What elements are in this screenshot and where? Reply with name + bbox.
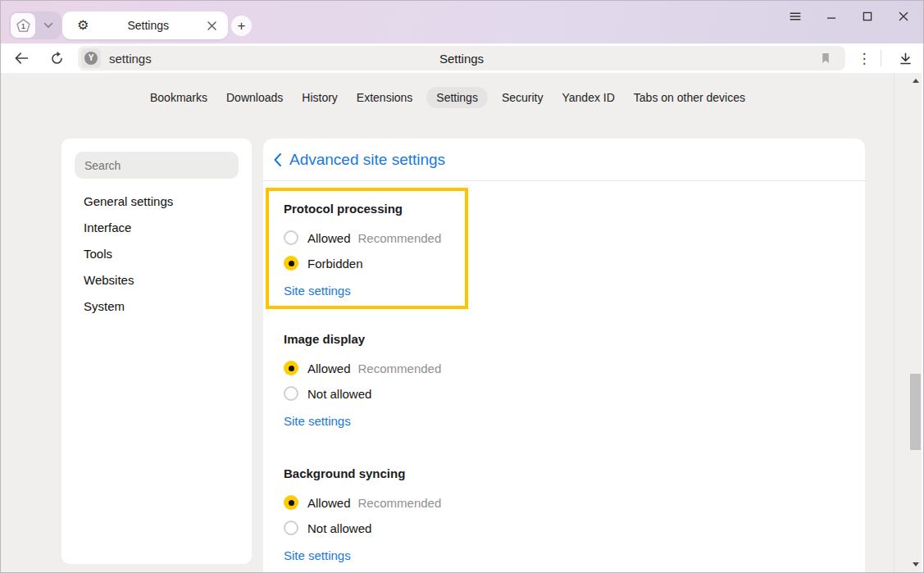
back-button[interactable] [11,48,31,68]
radio-option-allowed[interactable]: Allowed Recommended [284,495,865,510]
title-bar: 1 ⚙ Settings + [1,1,923,43]
radio-label: Allowed [307,362,351,375]
address-page-title: Settings [78,52,845,66]
radio-label: Not allowed [307,387,371,401]
nav-tab-settings[interactable]: Settings [426,87,488,108]
nav-tab-extensions[interactable]: Extensions [357,91,412,104]
recommended-badge: Recommended [358,362,442,375]
sidebar-item-websites[interactable]: Websites [61,267,252,293]
sidebar-item-general-settings[interactable]: General settings [61,189,252,215]
tab-title: Settings [89,19,207,32]
nav-tab-security[interactable]: Security [502,91,544,104]
sidebar-item-interface[interactable]: Interface [61,215,252,241]
browser-toolbar: Y settings Settings ⋮ [1,43,923,73]
section-title: Protocol processing [284,202,465,216]
nav-tab-tabs-other-devices[interactable]: Tabs on other devices [634,91,745,104]
nav-tab-yandex-id[interactable]: Yandex ID [562,91,614,104]
site-settings-link[interactable]: Site settings [284,413,351,429]
sidebar-item-system[interactable]: System [61,293,252,320]
tab-settings[interactable]: ⚙ Settings [62,11,228,39]
reload-button[interactable] [47,48,66,68]
sidebar-item-tools[interactable]: Tools [61,241,252,267]
radio-button[interactable] [284,521,298,535]
radio-button[interactable] [284,495,298,510]
recommended-badge: Recommended [358,496,442,510]
settings-page: Bookmarks Downloads History Extensions S… [1,73,923,573]
window-close-button[interactable] [894,7,913,26]
settings-sidebar: General settings Interface Tools Website… [61,139,252,564]
radio-button[interactable] [284,256,298,271]
scroll-down-arrow-icon[interactable] [913,562,919,566]
nav-tab-bookmarks[interactable]: Bookmarks [150,91,207,104]
search-input[interactable] [75,152,239,179]
chevron-down-icon[interactable] [35,22,61,29]
minimize-button[interactable] [822,7,841,26]
radio-label: Allowed [307,496,351,510]
protect-icon: Y [81,48,101,68]
tab-count-badge[interactable]: 1 [11,13,35,38]
gear-icon: ⚙ [77,19,89,32]
radio-label: Allowed [307,231,351,245]
radio-option-allowed[interactable]: Allowed Recommended [284,361,865,375]
scrollbar-thumb[interactable] [910,374,921,450]
recommended-badge: Recommended [358,231,442,245]
toolbar-divider [881,50,881,66]
radio-option-not-allowed[interactable]: Not allowed [284,386,865,401]
radio-button[interactable] [284,386,298,401]
section-image-display: Image display Allowed Recommended Not al… [284,332,865,429]
nav-tab-downloads[interactable]: Downloads [226,91,283,104]
browser-menu-button[interactable] [785,7,805,26]
downloads-icon[interactable] [895,48,915,68]
chevron-left-icon [273,152,282,167]
address-bar[interactable]: Y settings Settings [78,46,845,70]
tab-close-icon[interactable] [207,21,216,30]
site-settings-link[interactable]: Site settings [284,548,351,563]
section-title: Image display [284,332,865,347]
protect-icon-glyph: Y [84,52,98,65]
page-title[interactable]: Advanced site settings [289,151,445,169]
more-options-icon[interactable]: ⋮ [854,48,874,68]
nav-tab-history[interactable]: History [302,91,338,104]
tab-count: 1 [20,20,25,30]
radio-button[interactable] [284,230,298,245]
pentagon-tab-icon: 1 [16,18,31,34]
bookmark-icon[interactable] [816,48,835,68]
scroll-up-arrow-icon[interactable] [913,79,919,83]
radio-label: Forbidden [307,257,363,271]
settings-main-panel: Advanced site settings Protocol processi… [263,139,865,573]
settings-sections: Protocol processing Allowed Recommended … [263,181,865,563]
radio-button[interactable] [284,361,298,375]
address-text: settings [109,52,152,66]
settings-nav: Bookmarks Downloads History Extensions S… [1,91,894,104]
radio-option-allowed[interactable]: Allowed Recommended [284,230,465,245]
tab-counter[interactable]: 1 [9,11,61,39]
section-title: Background syncing [284,466,865,481]
section-background-syncing: Background syncing Allowed Recommended N… [284,466,865,563]
protocol-processing-section-highlight: Protocol processing Allowed Recommended … [266,188,468,309]
new-tab-button[interactable]: + [231,16,252,36]
site-settings-link[interactable]: Site settings [284,283,351,298]
browser-window: 1 ⚙ Settings + [0,0,924,573]
section-protocol-processing: Protocol processing Allowed Recommended … [284,202,465,298]
radio-option-forbidden[interactable]: Forbidden [284,256,465,271]
back-to-advanced-settings[interactable]: Advanced site settings [263,139,865,181]
radio-label: Not allowed [307,521,371,535]
window-edge [922,73,923,572]
sidebar-list: General settings Interface Tools Website… [61,189,252,320]
maximize-button[interactable] [858,7,877,26]
radio-option-not-allowed[interactable]: Not allowed [284,521,865,535]
scrollbar[interactable] [894,73,922,572]
